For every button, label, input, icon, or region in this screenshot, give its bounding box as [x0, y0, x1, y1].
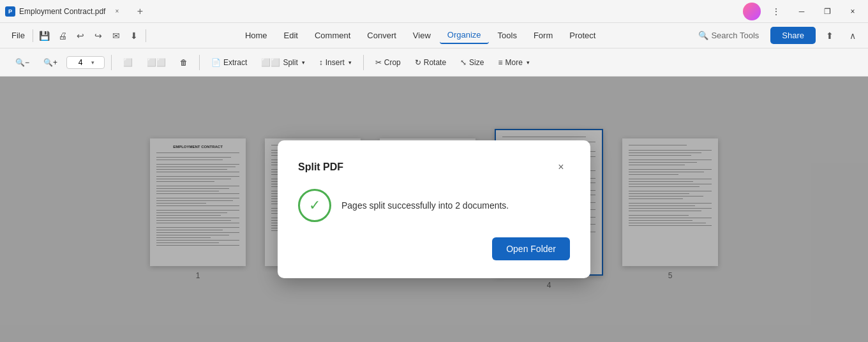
delete-button[interactable]: 🗑	[175, 55, 193, 70]
content-area: EMPLOYMENT CONTRACT	[0, 77, 868, 342]
open-folder-button[interactable]: Open Folder	[492, 237, 570, 260]
dialog-body: ✓ Pages split successfully into 2 docume…	[298, 189, 570, 222]
extract-icon: 📄	[211, 58, 221, 67]
menu-right: 🔍 Search Tools Share ⬆ ∧	[692, 27, 862, 45]
menu-divider2	[146, 29, 146, 42]
more-options-button[interactable]: ⋮	[766, 1, 786, 22]
search-icon: 🔍	[698, 31, 708, 40]
menu-convert[interactable]: Convert	[359, 27, 404, 43]
menu-edit[interactable]: Edit	[276, 27, 306, 43]
size-icon: ⤡	[460, 58, 467, 67]
dialog-footer: Open Folder	[298, 237, 570, 260]
menu-organize[interactable]: Organize	[440, 27, 489, 44]
email-button[interactable]: ✉	[107, 27, 125, 45]
more-button[interactable]: ≡ More	[493, 55, 534, 70]
insert-icon: ↕	[319, 58, 323, 67]
menubar: File 💾 🖨 ↩ ↪ ✉ ⬇ Home Edit Comment Conve…	[0, 23, 868, 48]
app-icon: P	[5, 6, 15, 17]
zoom-dropdown-icon[interactable]: ▾	[91, 59, 94, 66]
collapse-button[interactable]: ∧	[844, 27, 862, 45]
menu-tools[interactable]: Tools	[490, 27, 525, 43]
rotate-button[interactable]: ↻ Rotate	[410, 55, 451, 70]
menu-comment[interactable]: Comment	[307, 27, 358, 43]
undo-button[interactable]: ↩	[71, 27, 89, 45]
page-double-icon: ⬜⬜	[147, 58, 166, 67]
split-pdf-dialog: Split PDF × ✓ Pages split successfully i…	[278, 140, 590, 278]
menu-protect[interactable]: Protect	[562, 27, 603, 43]
download-button[interactable]: ⬇	[125, 27, 143, 45]
dialog-overlay: Split PDF × ✓ Pages split successfully i…	[0, 77, 868, 342]
toolbar: 🔍− 🔍+ ▾ ⬜ ⬜⬜ 🗑 📄 Extract ⬜⬜ Split ↕ Inse…	[0, 48, 868, 77]
tab-close-button[interactable]: ×	[112, 6, 122, 17]
menu-divider	[33, 29, 33, 42]
titlebar-right: ⋮ ─ ❐ ×	[743, 1, 863, 22]
crop-button[interactable]: ✂ Crop	[370, 55, 406, 70]
page-single-icon: ⬜	[123, 58, 133, 67]
separator3	[363, 55, 364, 70]
minimize-button[interactable]: ─	[791, 1, 812, 22]
dialog-close-button[interactable]: ×	[552, 158, 570, 176]
zoom-out-button[interactable]: 🔍−	[10, 55, 34, 70]
crop-icon: ✂	[375, 58, 382, 67]
dialog-title: Split PDF	[298, 161, 343, 173]
separator1	[111, 55, 112, 70]
insert-button[interactable]: ↕ Insert	[314, 55, 357, 70]
page-layout-double-button[interactable]: ⬜⬜	[142, 55, 171, 70]
size-button[interactable]: ⤡ Size	[455, 55, 489, 70]
tab-title: Employment Contract.pdf	[19, 7, 105, 16]
menu-items: Home Edit Comment Convert View Organize …	[149, 27, 692, 44]
zoom-out-icon: 🔍−	[15, 58, 29, 67]
save-button[interactable]: 💾	[36, 27, 54, 45]
close-window-button[interactable]: ×	[842, 1, 863, 22]
titlebar-left: P Employment Contract.pdf × +	[5, 3, 149, 20]
more-icon: ≡	[498, 58, 502, 67]
separator2	[199, 55, 200, 70]
extract-button[interactable]: 📄 Extract	[206, 55, 252, 70]
search-tools-button[interactable]: 🔍 Search Tools	[692, 27, 765, 43]
menu-file[interactable]: File	[6, 28, 30, 43]
new-tab-button[interactable]: +	[131, 3, 149, 20]
zoom-in-button[interactable]: 🔍+	[38, 55, 63, 70]
menu-view[interactable]: View	[405, 27, 438, 43]
split-icon: ⬜⬜	[261, 58, 280, 67]
upload-button[interactable]: ⬆	[821, 27, 839, 45]
success-icon: ✓	[298, 189, 331, 222]
titlebar: P Employment Contract.pdf × + ⋮ ─ ❐ ×	[0, 0, 868, 23]
zoom-box[interactable]: ▾	[66, 56, 105, 69]
zoom-in-icon: 🔍+	[43, 58, 57, 67]
avatar[interactable]	[743, 3, 761, 20]
zoom-input[interactable]	[71, 58, 90, 67]
redo-button[interactable]: ↪	[89, 27, 107, 45]
menu-home[interactable]: Home	[237, 27, 275, 43]
split-button[interactable]: ⬜⬜ Split	[256, 55, 310, 70]
restore-button[interactable]: ❐	[817, 1, 837, 22]
share-button[interactable]: Share	[770, 27, 816, 44]
print-button[interactable]: 🖨	[54, 27, 71, 45]
page-layout-single-button[interactable]: ⬜	[118, 55, 138, 70]
rotate-icon: ↻	[415, 58, 421, 67]
dialog-header: Split PDF ×	[298, 158, 570, 176]
delete-icon: 🗑	[180, 58, 188, 67]
menu-form[interactable]: Form	[526, 27, 560, 43]
dialog-message: Pages split successfully into 2 document…	[341, 199, 509, 212]
